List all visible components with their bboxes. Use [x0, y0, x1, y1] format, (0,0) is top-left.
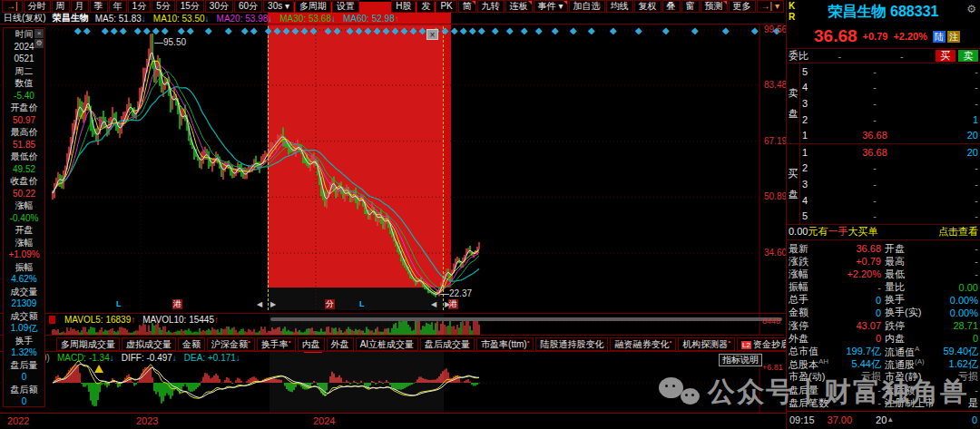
event-diamond-icon[interactable]: ◆	[310, 26, 318, 35]
sell-level-row[interactable]: 4--	[800, 80, 980, 96]
tab-institution-detector[interactable]: 机构探测器•	[678, 337, 735, 351]
overlay[interactable]: 叠	[662, 0, 681, 13]
tab-after-hours-volume[interactable]: 盘后成交量	[420, 337, 475, 351]
period-5min[interactable]: 5分	[152, 0, 175, 13]
expand-right-icon[interactable]: →| ▾	[757, 0, 784, 13]
period-30min[interactable]: 30分	[205, 0, 233, 13]
low-point-marker[interactable]: L	[359, 299, 365, 309]
period-month[interactable]: 月	[71, 0, 89, 13]
close-icon[interactable]: ×	[34, 29, 44, 38]
low-point-marker[interactable]: L	[116, 299, 122, 309]
adjust-price[interactable]: 复权	[634, 0, 662, 13]
event-diamond-icon[interactable]: ◆	[662, 26, 670, 35]
event-diamond-icon[interactable]: ◆	[178, 26, 185, 35]
event-diamond-icon[interactable]: ◆	[635, 26, 642, 35]
event-diamond-icon[interactable]: ◆	[205, 26, 212, 35]
period-1min[interactable]: 1分	[128, 0, 152, 13]
forecast[interactable]: 预测	[701, 0, 728, 13]
period-60min[interactable]: 60分	[234, 0, 262, 13]
tab-inner-lots[interactable]: 内盘	[298, 337, 325, 351]
event-diamond-icon[interactable]: ◆	[419, 26, 426, 35]
event-diamond-icon[interactable]: ◆	[610, 26, 617, 35]
events[interactable]: 事件 ▾	[534, 0, 568, 13]
event-diamond-icon[interactable]: ◆	[451, 26, 458, 35]
event-diamond-icon[interactable]: ◆	[588, 26, 595, 35]
event-diamond-icon[interactable]: ◆	[102, 26, 109, 35]
event-diamond-icon[interactable]: ◆	[134, 26, 142, 35]
tab-pe-ttm[interactable]: 市盈率(ttm)•	[476, 337, 534, 351]
selection-handle-left-icon[interactable]: ◀	[431, 300, 436, 308]
event-diamond-icon[interactable]: ◆	[325, 26, 332, 35]
event-diamond-icon[interactable]: ◆	[111, 26, 118, 35]
event-flag-badge[interactable]: 港	[172, 299, 182, 309]
event-diamond-icon[interactable]: ◆	[535, 26, 543, 35]
event-diamond-icon[interactable]: ◆	[225, 26, 232, 35]
period-quarter[interactable]: 季	[90, 0, 108, 13]
event-diamond-icon[interactable]: ◆	[283, 26, 290, 35]
view-big-order-link[interactable]: 点击查看	[938, 225, 978, 239]
sell-level-row[interactable]: 3--	[800, 95, 980, 112]
h-share[interactable]: H股	[391, 0, 416, 13]
selection-handle-left-icon[interactable]: ◀	[257, 300, 262, 308]
buy-level-row[interactable]: 3--	[800, 176, 980, 192]
period-year[interactable]: 年	[109, 0, 127, 13]
lianban[interactable]: 连板	[505, 0, 533, 13]
selection-region[interactable]	[268, 26, 444, 310]
tab-hs-amount[interactable]: 沪深金额•	[207, 337, 255, 351]
tab-margin-change[interactable]: 融资融券变化•	[610, 337, 676, 351]
event-diamond-icon[interactable]: ◆	[83, 26, 91, 35]
event-diamond-icon[interactable]: ◆	[691, 26, 699, 35]
period-intraday[interactable]: 分时	[24, 0, 51, 13]
simple-mode[interactable]: 简	[458, 0, 476, 13]
sell-level-row[interactable]: 136.6820	[800, 127, 980, 143]
volume-pane[interactable]: MAVOL5: 16839↑MAVOL10: 15445↑ 8448	[0, 313, 786, 335]
buy-button[interactable]: 买	[936, 50, 956, 62]
event-diamond-icon[interactable]: ◆	[460, 26, 467, 35]
buy-level-row[interactable]: 5--	[800, 208, 980, 224]
tab-turnover[interactable]: 换手率•	[257, 337, 296, 351]
event-diamond-icon[interactable]: ◆	[274, 26, 281, 35]
event-diamond-icon[interactable]: ◆	[301, 26, 309, 35]
event-diamond-icon[interactable]: ◆	[552, 26, 559, 35]
macd-pane[interactable]: 9)MACD: -1.34↓DIFF: -0.497↓DEA: +0.171↓ …	[0, 351, 786, 413]
period-30s[interactable]: 30s ▾	[263, 0, 294, 13]
event-diamond-icon[interactable]: ◆	[374, 26, 381, 35]
event-diamond-icon[interactable]: ◆	[570, 26, 577, 35]
event-diamond-icon[interactable]: ◆	[478, 26, 485, 35]
event-diamond-icon[interactable]: ◆	[506, 26, 514, 35]
event-diamond-icon[interactable]: ◆	[492, 26, 499, 35]
event-diamond-icon[interactable]: ◆	[120, 26, 127, 35]
event-diamond-icon[interactable]: ◆	[365, 26, 372, 35]
event-flag-badge[interactable]: 分	[325, 299, 335, 309]
event-diamond-icon[interactable]: ◆	[722, 26, 730, 35]
event-diamond-icon[interactable]: ◆	[442, 26, 449, 35]
event-diamond-icon[interactable]: ◆	[241, 26, 249, 35]
event-diamond-icon[interactable]: ◆	[383, 26, 390, 35]
nine-turn[interactable]: 九转	[477, 0, 505, 13]
fa[interactable]: 发	[416, 0, 435, 13]
event-diamond-icon[interactable]: ◆	[250, 26, 258, 35]
indicator-help-button[interactable]: 指标说明	[719, 354, 762, 366]
event-diamond-icon[interactable]: ◆	[187, 26, 194, 35]
multi-period[interactable]: 多周期	[295, 0, 331, 13]
sell-button[interactable]: 卖	[958, 50, 978, 62]
settings[interactable]: 设置	[332, 0, 359, 13]
tab-virtual-volume[interactable]: 虚拟成交量	[122, 337, 176, 351]
selection-handle-right-icon[interactable]: ▶	[270, 300, 276, 308]
tab-amount[interactable]: 金额	[178, 337, 205, 351]
period-15min[interactable]: 15分	[176, 0, 204, 13]
event-diamond-icon[interactable]: ◆	[347, 26, 354, 35]
sell-level-row[interactable]: 5--	[800, 63, 980, 80]
ma-toggle[interactable]: 均线	[606, 0, 633, 13]
tab-ai-volume[interactable]: AI立桩成交量	[356, 337, 418, 351]
sell-level-row[interactable]: 2-1	[800, 112, 980, 128]
buy-level-row[interactable]: 4--	[800, 192, 980, 209]
gear-icon[interactable]: ⚙	[34, 39, 44, 48]
event-diamond-icon[interactable]: ◆	[392, 26, 399, 35]
event-diamond-icon[interactable]: ◆	[401, 26, 408, 35]
event-diamond-icon[interactable]: ◆	[74, 26, 82, 35]
selection-close-icon[interactable]: ×	[426, 29, 438, 40]
horizontal-scrollbar[interactable]	[270, 317, 782, 321]
tab-northbound-holdings[interactable]: 陆股通持股变化	[535, 337, 608, 351]
tab-outer-lots[interactable]: 外盘	[327, 337, 354, 351]
